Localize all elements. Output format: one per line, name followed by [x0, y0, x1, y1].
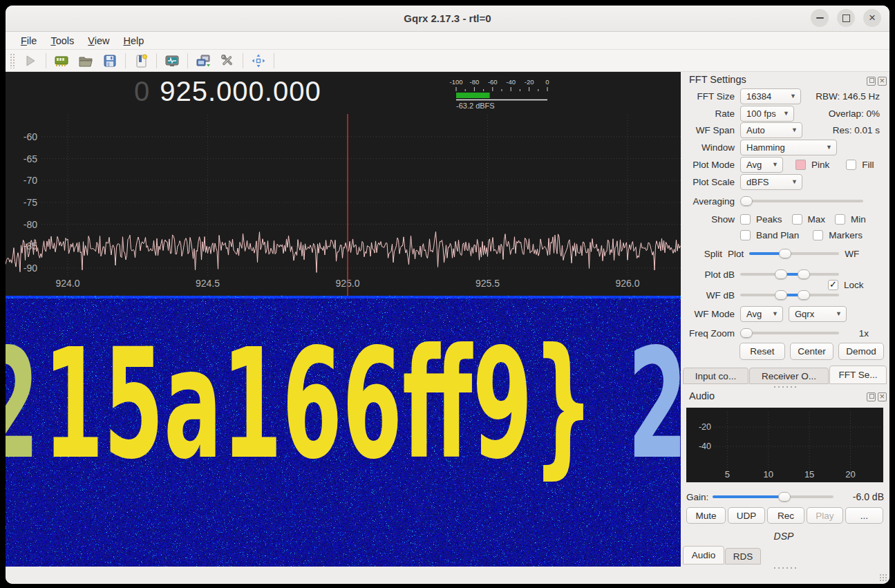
markers-label: Markers: [829, 230, 863, 240]
toolbar: [6, 50, 889, 72]
split-slider[interactable]: [749, 248, 839, 259]
show-row-2: Band Plan Markers: [681, 227, 887, 243]
svg-text:-60: -60: [23, 131, 37, 142]
frequency-dim-digit[interactable]: 0: [134, 76, 150, 107]
band-plan-checkbox[interactable]: [740, 230, 751, 240]
gain-slider[interactable]: [713, 491, 833, 502]
svg-text:-40: -40: [699, 442, 711, 451]
averaging-row: Averaging: [681, 193, 887, 209]
menu-view[interactable]: View: [81, 33, 116, 48]
menu-file[interactable]: File: [14, 33, 44, 48]
udp-button[interactable]: UDP: [728, 507, 765, 524]
split-label: Split: [681, 249, 722, 259]
start-dsp-icon[interactable]: [21, 52, 39, 70]
open-file-icon[interactable]: [77, 52, 95, 70]
audio-buttons-row: Mute UDP Rec Play ...: [686, 507, 887, 524]
frequency-display[interactable]: 0 925.000.000: [134, 76, 321, 107]
play-button[interactable]: Play: [807, 507, 843, 524]
window-resize-grip[interactable]: [879, 573, 887, 582]
screen: Gqrx 2.17.3 - rtl=0 × File Tools View He…: [0, 0, 895, 588]
toolbar-separator: [274, 53, 274, 68]
tools-icon[interactable]: [218, 52, 236, 70]
signal-strength-meter: -100-80-60-40-200-63.2 dBFS: [448, 77, 556, 111]
tab-audio[interactable]: Audio: [683, 546, 724, 565]
svg-text:924.5: 924.5: [196, 278, 220, 289]
tab-input-controls[interactable]: Input co...: [683, 368, 748, 384]
remote-control-icon[interactable]: [194, 52, 212, 70]
wf-mode-select[interactable]: Avg▼: [740, 306, 783, 322]
maximize-button[interactable]: [837, 9, 855, 27]
peaks-checkbox[interactable]: [740, 214, 751, 225]
averaging-slider[interactable]: [740, 196, 863, 207]
save-file-icon[interactable]: [101, 52, 119, 70]
freq-zoom-slider[interactable]: [740, 328, 839, 339]
frequency-digits[interactable]: 925.000.000: [160, 76, 321, 107]
tab-rds[interactable]: RDS: [725, 548, 761, 565]
plot-db-slider[interactable]: [740, 269, 839, 280]
mute-button[interactable]: Mute: [686, 507, 726, 524]
svg-text:926.0: 926.0: [616, 278, 640, 289]
menu-tools[interactable]: Tools: [44, 33, 81, 48]
audio-dock-title: Audio: [689, 390, 715, 401]
dock-close-icon[interactable]: [878, 392, 887, 401]
max-checkbox[interactable]: [792, 214, 802, 225]
fft-plot-area[interactable]: 924.0924.5925.0925.5926.0-60-65-70-75-80…: [6, 72, 681, 296]
plot-mode-select[interactable]: Avg▼: [740, 157, 783, 173]
title-bar[interactable]: Gqrx 2.17.3 - rtl=0 ×: [6, 6, 889, 32]
gqrx-window: Gqrx 2.17.3 - rtl=0 × File Tools View He…: [6, 6, 889, 584]
rec-button[interactable]: Rec: [767, 507, 804, 524]
dock-splitter-handle[interactable]: [773, 386, 796, 388]
toolbar-separator: [243, 53, 243, 68]
menu-bar: File Tools View Help: [6, 32, 889, 50]
dock-float-icon[interactable]: [867, 392, 876, 401]
demod-button[interactable]: Demod: [838, 343, 884, 360]
fullscreen-icon[interactable]: [249, 52, 267, 70]
toolbar-separator: [125, 53, 126, 68]
io-devices-icon[interactable]: [53, 52, 70, 70]
waterfall-canvas[interactable]: [6, 296, 681, 567]
res-info: Res: 0.01 s: [833, 125, 880, 135]
plot-db-label: Plot dB: [681, 269, 735, 280]
min-checkbox[interactable]: [835, 214, 845, 225]
wf-theme-select[interactable]: Gqrx▼: [789, 306, 847, 322]
chevron-down-icon: ▼: [826, 144, 832, 151]
window-select[interactable]: Hamming▼: [740, 140, 837, 155]
fft-plot[interactable]: 924.0924.5925.0925.5926.0-60-65-70-75-80…: [6, 72, 681, 296]
wf-span-select[interactable]: Auto▼: [740, 122, 802, 138]
toolbar-drag-handle[interactable]: [10, 53, 15, 68]
bookmarks-icon[interactable]: [132, 52, 150, 70]
audio-options-button[interactable]: ...: [845, 507, 883, 524]
svg-text:-80: -80: [23, 219, 37, 230]
menu-help[interactable]: Help: [116, 33, 151, 48]
dsp-label: DSP: [681, 531, 887, 542]
plot-mode-row: Plot Mode Avg▼ Pink Fill: [681, 156, 887, 173]
markers-checkbox[interactable]: [813, 230, 823, 240]
svg-text:5: 5: [725, 469, 730, 480]
tab-receiver-options[interactable]: Receiver O...: [749, 368, 829, 384]
chevron-down-icon: ▼: [836, 310, 842, 317]
split-row: Split Plot WF: [681, 245, 887, 262]
reset-button[interactable]: Reset: [739, 343, 785, 360]
dsp-settings-icon[interactable]: [163, 52, 181, 70]
wf-db-slider[interactable]: [740, 290, 839, 301]
fft-size-select[interactable]: 16384▼: [740, 88, 801, 104]
svg-text:-20: -20: [525, 78, 534, 86]
dock-splitter-handle[interactable]: [773, 567, 796, 569]
close-button[interactable]: ×: [863, 9, 881, 27]
center-button[interactable]: Center: [790, 343, 833, 360]
dock-float-icon[interactable]: [867, 77, 876, 86]
dock-close-icon[interactable]: [878, 77, 887, 86]
fill-checkbox[interactable]: [846, 160, 856, 170]
tab-fft-settings[interactable]: FFT Se...: [829, 366, 887, 384]
rate-select[interactable]: 100 fps▼: [740, 106, 794, 122]
wf-mode-label: WF Mode: [681, 309, 735, 319]
minimize-icon: [816, 17, 824, 19]
fft-settings-title: FFT Settings: [689, 74, 746, 85]
plot-color-swatch[interactable]: [795, 160, 806, 170]
svg-text:-63.2 dBFS: -63.2 dBFS: [456, 102, 495, 110]
minimize-button[interactable]: [811, 9, 829, 27]
freq-zoom-row: Freq Zoom 1x: [681, 325, 887, 341]
svg-text:15: 15: [804, 469, 814, 480]
plot-scale-select[interactable]: dBFS▼: [740, 174, 802, 190]
gain-row: Gain: -6.0 dB: [686, 489, 887, 505]
